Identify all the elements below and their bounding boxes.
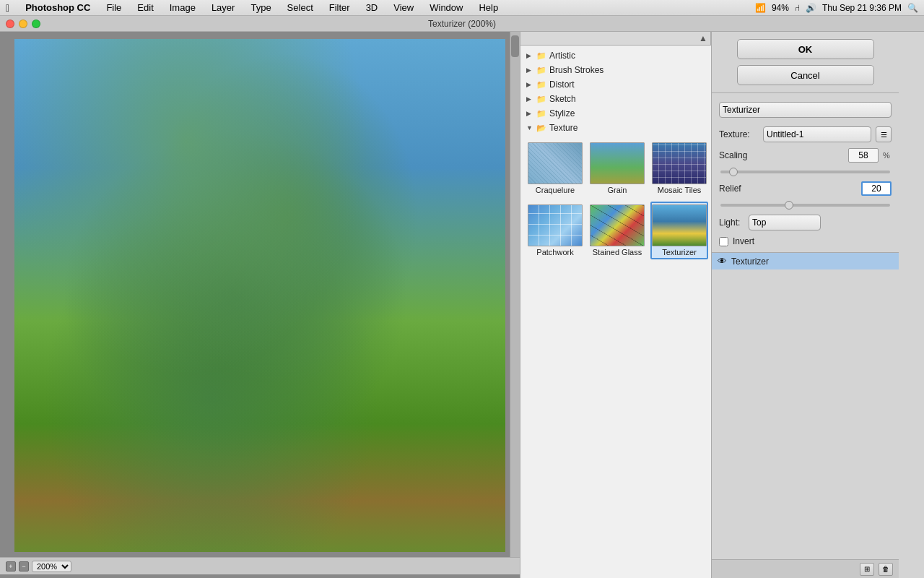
relief-slider[interactable]	[720, 204, 890, 207]
texture-label-mosaic: Mosaic Tiles	[658, 186, 702, 194]
menu-image[interactable]: Image	[167, 2, 199, 13]
tree-label-artistic: Artistic	[549, 51, 575, 61]
texture-label-grain: Grain	[608, 186, 627, 194]
folder-icon-brush: 📁	[536, 66, 546, 75]
new-layer-button[interactable]: ⊞	[860, 563, 874, 576]
texture-param-label: Texture:	[719, 129, 759, 139]
relief-row: Relief	[719, 181, 892, 209]
menu-type[interactable]: Type	[248, 2, 274, 13]
texture-thumb-patchwork[interactable]: Patchwork	[526, 202, 584, 259]
menu-window[interactable]: Window	[427, 2, 466, 13]
tree-item-texture[interactable]: ▼ 📂 Texture	[520, 121, 711, 135]
texture-label-patchwork: Patchwork	[536, 248, 573, 256]
light-row: Light: Top Top Left Top Right Left Right…	[719, 215, 892, 230]
ok-button[interactable]: OK	[737, 39, 874, 59]
scaling-slider[interactable]	[720, 171, 890, 173]
folder-icon-texture: 📂	[536, 124, 546, 133]
maximize-button[interactable]	[32, 20, 40, 28]
menubar:  Photoshop CC File Edit Image Layer Typ…	[0, 0, 924, 16]
texture-image-texturizer	[652, 204, 707, 246]
tree-item-stylize[interactable]: ▶ 📁 Stylize	[520, 106, 711, 121]
folder-icon-stylize: 📁	[536, 109, 546, 118]
tree-arrow-artistic: ▶	[526, 52, 533, 59]
texture-menu-button[interactable]: ☰	[876, 126, 892, 142]
delete-layer-button[interactable]: 🗑	[879, 563, 893, 576]
scaling-input[interactable]	[848, 148, 879, 163]
texture-image-stainedglass	[590, 204, 645, 246]
texture-grid: Craquelure Grain Mosaic Tiles Patchwork	[520, 135, 711, 264]
volume-icon: 🔊	[806, 3, 816, 13]
layer-name-text: Texturizer	[731, 256, 769, 267]
wifi-icon: 📶	[755, 3, 766, 13]
cancel-button[interactable]: Cancel	[737, 65, 874, 85]
tree-label-distort: Distort	[549, 79, 575, 90]
relief-label: Relief	[719, 184, 751, 194]
layer-visibility-icon[interactable]: 👁	[718, 256, 727, 267]
tree-arrow-brush: ▶	[526, 66, 533, 74]
minimize-button[interactable]	[19, 20, 27, 28]
texture-thumb-texturizer[interactable]: Texturizer	[650, 202, 708, 259]
bluetooth-icon: ⑁	[795, 3, 800, 13]
menu-layer[interactable]: Layer	[209, 2, 238, 13]
canvas-image[interactable]	[14, 39, 505, 552]
texture-label-craquelure: Craquelure	[536, 186, 575, 194]
tree-item-artistic[interactable]: ▶ 📁 Artistic	[520, 48, 711, 63]
invert-row: Invert	[719, 236, 892, 246]
menu-help[interactable]: Help	[476, 2, 501, 13]
effects-layer-row: 👁 Texturizer	[712, 253, 899, 269]
light-label: Light:	[719, 217, 744, 228]
relief-input[interactable]	[861, 181, 892, 196]
close-button[interactable]	[6, 20, 14, 28]
texture-label-stainedglass: Stained Glass	[593, 248, 642, 256]
texture-dropdown[interactable]: Untitled-1 Brick Burlap Canvas Sandstone	[763, 126, 871, 142]
tree-label-texture: Texture	[549, 123, 578, 133]
texture-thumb-grain[interactable]: Grain	[588, 139, 646, 197]
window-title: Texturizer (200%)	[428, 19, 496, 29]
panel-collapse-icon[interactable]: ▲	[699, 33, 707, 43]
canvas-footer: + − 200% 100% 50%	[0, 557, 520, 574]
search-icon[interactable]: 🔍	[907, 3, 918, 13]
texture-menu-icon: ☰	[881, 131, 887, 139]
menu-view[interactable]: View	[391, 2, 417, 13]
scaling-label: Scaling	[719, 150, 751, 160]
texture-thumb-mosaic[interactable]: Mosaic Tiles	[650, 139, 708, 197]
texture-image-mosaic	[652, 142, 707, 184]
tree-arrow-stylize: ▶	[526, 110, 533, 117]
apple-menu[interactable]: 	[6, 2, 9, 14]
canvas-area: + − 200% 100% 50%	[0, 32, 520, 578]
tree-label-sketch: Sketch	[549, 94, 576, 104]
scaling-unit: %	[883, 151, 892, 160]
menu-edit[interactable]: Edit	[134, 2, 156, 13]
datetime-display: Thu Sep 21 9:36 PM	[822, 3, 902, 13]
zoom-out-button[interactable]: +	[6, 561, 16, 571]
texture-label-texturizer: Texturizer	[662, 248, 697, 256]
texture-image-craquelure	[528, 142, 583, 184]
invert-checkbox[interactable]	[719, 237, 728, 246]
tree-item-distort[interactable]: ▶ 📁 Distort	[520, 77, 711, 92]
tree-label-brush: Brush Strokes	[549, 65, 603, 75]
folder-icon-artistic: 📁	[536, 51, 546, 61]
tree-label-stylize: Stylize	[549, 108, 575, 118]
scaling-row: Scaling %	[719, 148, 892, 176]
texture-thumb-craquelure[interactable]: Craquelure	[526, 139, 584, 197]
battery-indicator: 94%	[772, 3, 789, 13]
invert-label: Invert	[733, 236, 754, 246]
menu-photoshop[interactable]: Photoshop CC	[22, 2, 93, 13]
effects-panel: 👁 Texturizer ⊞ 🗑	[712, 252, 899, 578]
new-layer-icon: ⊞	[864, 565, 870, 573]
tree-item-sketch[interactable]: ▶ 📁 Sketch	[520, 92, 711, 106]
zoom-in-button[interactable]: −	[19, 561, 29, 571]
tree-item-brush-strokes[interactable]: ▶ 📁 Brush Strokes	[520, 63, 711, 77]
filter-name-dropdown[interactable]: Texturizer	[719, 102, 892, 118]
light-dropdown[interactable]: Top Top Left Top Right Left Right Bottom…	[749, 215, 821, 230]
menu-select[interactable]: Select	[284, 2, 316, 13]
zoom-select[interactable]: 200% 100% 50%	[32, 561, 71, 572]
texture-image-grain	[590, 142, 645, 184]
texture-thumb-stainedglass[interactable]: Stained Glass	[588, 202, 646, 259]
menu-file[interactable]: File	[103, 2, 124, 13]
menu-filter[interactable]: Filter	[326, 2, 353, 13]
folder-icon-sketch: 📁	[536, 95, 546, 104]
delete-layer-icon: 🗑	[882, 565, 889, 573]
folder-icon-distort: 📁	[536, 80, 546, 90]
menu-3d[interactable]: 3D	[363, 2, 381, 13]
